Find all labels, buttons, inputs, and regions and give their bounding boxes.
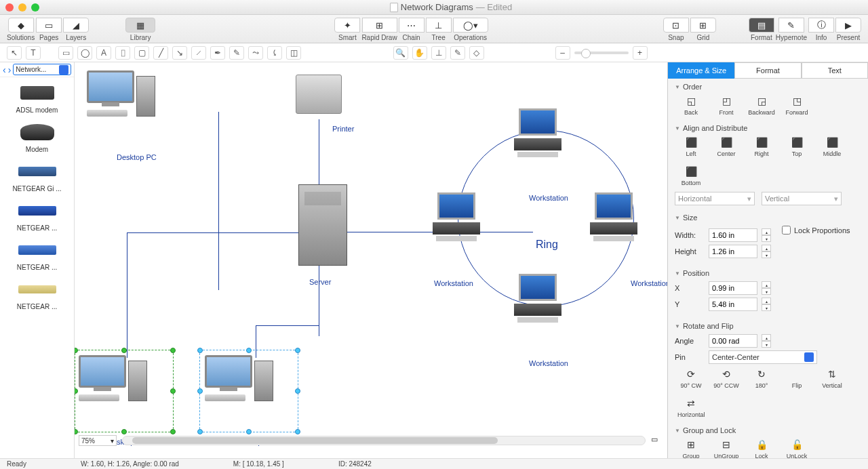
line-tool[interactable]: ╱: [153, 46, 168, 60]
rotate-cw-button[interactable]: ⟳90° CW: [677, 368, 705, 389]
label-workstation-top[interactable]: Workstation: [529, 194, 568, 202]
library-item-modem[interactable]: Modem: [1, 121, 73, 153]
group-button[interactable]: ⊞Group: [677, 439, 705, 458]
connector-tool[interactable]: ⤳: [248, 46, 263, 60]
view-mode-icon[interactable]: ▭: [651, 435, 663, 446]
align-left-button[interactable]: ⬛Left: [677, 136, 705, 157]
height-stepper[interactable]: ▴▾: [762, 245, 771, 258]
label-ring[interactable]: Ring: [536, 239, 558, 251]
zoom-slider[interactable]: [574, 52, 629, 54]
grid-button[interactable]: ⊞Grid: [690, 18, 716, 41]
order-backward-button[interactable]: ◲Backward: [748, 95, 775, 116]
text-shape-tool[interactable]: A: [96, 46, 111, 60]
hypernote-button[interactable]: ✎Hypernote: [776, 18, 807, 41]
angle-input[interactable]: [709, 334, 757, 348]
rotate-ccw-button[interactable]: ⟲90° CCW: [713, 368, 740, 389]
align-top-button[interactable]: ⬛Top: [783, 136, 810, 157]
tree-button[interactable]: ⊥Tree: [426, 18, 452, 41]
section-align[interactable]: Align and Distribute: [675, 124, 861, 132]
eyedropper-tool[interactable]: ✎: [450, 46, 465, 60]
shape-workstation-left[interactable]: [433, 192, 480, 241]
smart-button[interactable]: ✦Smart: [334, 18, 360, 41]
align-right-button[interactable]: ⬛Right: [748, 136, 775, 157]
label-server[interactable]: Server: [309, 278, 331, 286]
y-stepper[interactable]: ▴▾: [762, 298, 771, 311]
section-group[interactable]: Group and Lock: [675, 426, 861, 434]
library-item-netgear-gi[interactable]: NETGEAR Gi ...: [1, 160, 73, 192]
flip-vertical-button[interactable]: ⇅Vertical: [818, 368, 846, 389]
library-selector[interactable]: Network...: [13, 64, 71, 75]
x-input[interactable]: [709, 281, 757, 295]
shape-desktop-pc-1[interactable]: [87, 70, 155, 117]
ellipse-tool[interactable]: ◯: [77, 46, 92, 60]
textbox-tool[interactable]: ⌷: [115, 46, 130, 60]
lock-proportions-checkbox[interactable]: Lock Proportions: [782, 226, 850, 234]
zoom-window-button[interactable]: [31, 3, 39, 12]
text-tool[interactable]: T: [26, 46, 41, 60]
pen-tool[interactable]: ✒: [210, 46, 225, 60]
shape-printer[interactable]: [296, 75, 342, 114]
section-order[interactable]: Order: [675, 83, 861, 91]
align-bottom-button[interactable]: ⬛Bottom: [677, 165, 705, 186]
library-button[interactable]: ▦Library: [121, 18, 159, 41]
width-stepper[interactable]: ▴▾: [762, 228, 771, 242]
shape-workstation-top[interactable]: [514, 108, 561, 157]
label-workstation-right[interactable]: Workstation: [631, 279, 667, 287]
library-item-adsl-modem[interactable]: ADSL modem: [1, 81, 73, 114]
close-window-button[interactable]: [5, 3, 14, 12]
tab-format[interactable]: Format: [734, 62, 801, 79]
order-front-button[interactable]: ◰Front: [713, 95, 740, 116]
label-desktop-pc-1[interactable]: Desktop PC: [117, 153, 157, 161]
solutions-button[interactable]: ◆Solutions: [7, 18, 35, 41]
layers-button[interactable]: ◢Layers: [63, 18, 89, 41]
label-printer[interactable]: Printer: [332, 125, 354, 133]
arrow-tool[interactable]: ↘: [172, 46, 187, 60]
rotate-180-button[interactable]: ↻180°: [748, 368, 775, 389]
flip-horizontal-button[interactable]: ⇄Horizontal: [677, 397, 705, 418]
snap-button[interactable]: ⊡Snap: [663, 18, 689, 41]
library-forward-button[interactable]: ›: [8, 64, 12, 75]
pointer-tool[interactable]: ↖: [7, 46, 22, 60]
angle-stepper[interactable]: ▴▾: [762, 334, 771, 348]
height-input[interactable]: [709, 245, 757, 258]
section-rotate[interactable]: Rotate and Flip: [675, 322, 861, 330]
rect-tool[interactable]: ▭: [58, 46, 73, 60]
distribute-vertical-select[interactable]: Vertical: [762, 192, 842, 205]
library-item-netgear-3[interactable]: NETGEAR ...: [1, 239, 73, 271]
align-center-button[interactable]: ⬛Center: [713, 136, 740, 157]
callout-tool[interactable]: ▢: [134, 46, 149, 60]
zoom-select[interactable]: 75%▾: [79, 435, 117, 446]
tab-arrange-size[interactable]: Arrange & Size: [668, 62, 734, 79]
lock-button[interactable]: 🔒Lock: [748, 439, 775, 458]
align-middle-button[interactable]: ⬛Middle: [818, 136, 846, 157]
width-input[interactable]: [709, 228, 757, 242]
tab-text[interactable]: Text: [802, 62, 868, 79]
horizontal-scrollbar[interactable]: [122, 436, 646, 445]
pin-select[interactable]: Center-Center: [709, 350, 817, 364]
chain-button[interactable]: ⋯Chain: [399, 18, 425, 41]
shape-desktop-pc-3[interactable]: [205, 355, 273, 401]
crop-tool[interactable]: ◫: [286, 46, 301, 60]
eraser-tool[interactable]: ◇: [469, 46, 484, 60]
ungroup-button[interactable]: ⊟UnGroup: [713, 439, 740, 458]
hand-tool[interactable]: ✋: [412, 46, 427, 60]
minimize-window-button[interactable]: [18, 3, 26, 12]
y-input[interactable]: [709, 298, 757, 311]
zoom-in-button[interactable]: +: [633, 46, 648, 60]
library-back-button[interactable]: ‹: [3, 64, 6, 75]
zoom-tool[interactable]: 🔍: [393, 46, 408, 60]
x-stepper[interactable]: ▴▾: [762, 281, 771, 295]
stamp-tool[interactable]: ⊥: [431, 46, 446, 60]
present-button[interactable]: ▶Present: [835, 18, 861, 41]
library-item-netgear-4[interactable]: NETGEAR ...: [1, 278, 73, 310]
pages-button[interactable]: ▭Pages: [36, 18, 62, 41]
smart-connector-tool[interactable]: ⤹: [267, 46, 282, 60]
label-workstation-bottom[interactable]: Workstation: [529, 359, 568, 367]
info-button[interactable]: ⓘInfo: [808, 18, 834, 41]
rapid-draw-button[interactable]: ⊞Rapid Draw: [361, 18, 397, 41]
unlock-button[interactable]: 🔓UnLock: [783, 439, 810, 458]
pencil-tool[interactable]: ✎: [229, 46, 244, 60]
shape-desktop-pc-2[interactable]: [79, 355, 147, 401]
arc-tool[interactable]: ⟋: [191, 46, 206, 60]
operations-button[interactable]: ◯▾Operations: [453, 18, 488, 41]
